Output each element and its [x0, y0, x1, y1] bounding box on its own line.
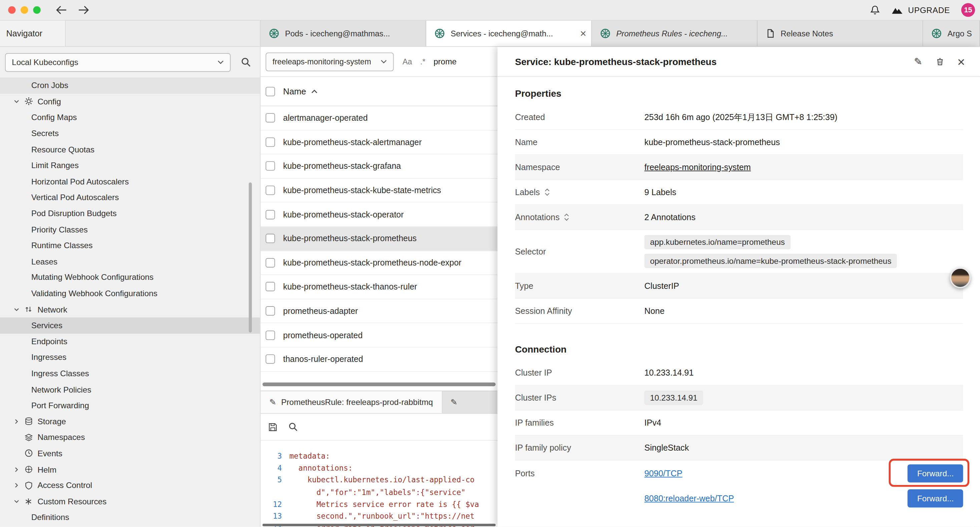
notifications-bell-icon[interactable]: [870, 5, 880, 15]
row-checkbox[interactable]: [266, 161, 275, 171]
sidebar-scrollbar[interactable]: [249, 182, 252, 333]
namespace-link[interactable]: freeleaps-monitoring-system: [644, 162, 751, 172]
close-icon[interactable]: ×: [957, 55, 965, 68]
search-icon[interactable]: [240, 57, 251, 68]
row-checkbox[interactable]: [266, 186, 275, 195]
sidebar-item-helm[interactable]: Helm: [0, 461, 260, 477]
table-row-selected[interactable]: kube-prometheus-stack-prometheus: [261, 227, 497, 251]
table-row[interactable]: kube-prometheus-stack-alertmanager: [261, 131, 497, 154]
port-link[interactable]: 9090/TCP: [644, 468, 682, 478]
sidebar-item-validating-webhook-configurations[interactable]: Validating Webhook Configurations: [0, 285, 260, 301]
sidebar-item-ingresses[interactable]: Ingresses: [0, 350, 260, 366]
tab-release-notes[interactable]: Release Notes: [757, 21, 923, 46]
table-row[interactable]: kube-prometheus-stack-grafana: [261, 154, 497, 178]
sidebar-item-config-maps[interactable]: Config Maps: [0, 110, 260, 126]
table-row[interactable]: prometheus-operated: [261, 323, 497, 347]
sidebar-item-ingress-classes[interactable]: Ingress Classes: [0, 366, 260, 382]
dock-tab-prometheusrule[interactable]: ✎ PrometheusRule: freeleaps-prod-rabbitm…: [261, 391, 442, 413]
chevron-down-icon[interactable]: [14, 307, 24, 312]
tab-prometheus-rules[interactable]: Prometheus Rules - icecheng...: [592, 21, 757, 46]
tab-services[interactable]: Services - icecheng@math... ×: [426, 21, 592, 46]
sort-toggle-icon[interactable]: [564, 213, 570, 221]
tab-label: Argo S: [948, 29, 975, 38]
table-row[interactable]: kube-prometheus-stack-kube-state-metrics: [261, 178, 497, 202]
search-icon[interactable]: [288, 422, 298, 432]
sidebar-item-cron-jobs[interactable]: Cron Jobs: [0, 77, 260, 93]
sidebar-item-mutating-webhook-configurations[interactable]: Mutating Webhook Configurations: [0, 269, 260, 285]
sidebar-item-events[interactable]: Events: [0, 445, 260, 461]
property-row-annotations: Annotations 2 Annotations: [515, 205, 963, 230]
edit-pencil-icon[interactable]: ✎: [914, 56, 922, 68]
sidebar-item-port-forwarding[interactable]: Port Forwarding: [0, 397, 260, 413]
yaml-editor[interactable]: 3metadata: 4 annotations: 5 kubectl.kube…: [261, 441, 497, 527]
table-row[interactable]: prometheus-adapter: [261, 299, 497, 323]
sidebar-item-services[interactable]: Services: [0, 318, 260, 334]
port-link[interactable]: 8080:reloader-web/TCP: [644, 493, 734, 503]
sidebar-item-leases[interactable]: Leases: [0, 253, 260, 269]
sidebar-item-network-policies[interactable]: Network Policies: [0, 381, 260, 397]
chevron-right-icon[interactable]: [14, 419, 24, 424]
sidebar-item-limit-ranges[interactable]: Limit Ranges: [0, 158, 260, 174]
tab-close-icon[interactable]: ×: [580, 28, 586, 39]
kubeconfig-selector[interactable]: Local Kubeconfigs: [5, 53, 231, 72]
forward-button[interactable]: Forward...: [908, 489, 963, 507]
dock-tab-partial[interactable]: ✎: [442, 391, 464, 413]
floating-avatar[interactable]: [950, 267, 970, 288]
sidebar-item-pod-disruption-budgets[interactable]: Pod Disruption Budgets: [0, 205, 260, 221]
row-checkbox[interactable]: [266, 258, 275, 267]
row-checkbox[interactable]: [266, 331, 275, 340]
back-arrow-icon[interactable]: [56, 6, 67, 14]
sidebar-item-network[interactable]: Network: [0, 301, 260, 318]
search-input[interactable]: Aa .* prome: [402, 57, 457, 66]
row-checkbox[interactable]: [266, 355, 275, 364]
sidebar-item-priority-classes[interactable]: Priority Classes: [0, 221, 260, 237]
row-checkbox[interactable]: [266, 210, 275, 219]
chevron-right-icon[interactable]: [14, 466, 24, 472]
notification-count-badge[interactable]: 15: [961, 3, 975, 17]
forward-button[interactable]: Forward...: [908, 464, 963, 482]
row-checkbox[interactable]: [266, 306, 275, 315]
match-case-toggle[interactable]: Aa: [402, 57, 412, 66]
minimize-window-button[interactable]: [21, 6, 28, 14]
close-window-button[interactable]: [8, 6, 15, 14]
sidebar-item-config[interactable]: Config: [0, 93, 260, 110]
sidebar-item-custom-resources[interactable]: Custom Resources: [0, 493, 260, 509]
horizontal-scrollbar[interactable]: [262, 382, 496, 386]
tab-argo[interactable]: Argo S: [923, 21, 980, 46]
table-row[interactable]: thanos-ruler-operated: [261, 347, 497, 372]
connection-row-ip-families: IP families IPv4: [515, 411, 963, 436]
regex-toggle[interactable]: .*: [420, 57, 426, 66]
chevron-right-icon[interactable]: [14, 482, 24, 488]
forward-arrow-icon[interactable]: [78, 6, 89, 14]
table-row[interactable]: alertmanager-operated: [261, 107, 497, 131]
row-checkbox[interactable]: [266, 282, 275, 291]
upgrade-button[interactable]: UPGRADE: [891, 5, 950, 15]
sidebar-item-horizontal-pod-autoscalers[interactable]: Horizontal Pod Autoscalers: [0, 174, 260, 189]
tab-pods[interactable]: Pods - icecheng@mathmas...: [261, 21, 426, 46]
sidebar-item-endpoints[interactable]: Endpoints: [0, 334, 260, 350]
trash-icon[interactable]: [935, 57, 944, 66]
table-row[interactable]: kube-prometheus-stack-prometheus-node-ex…: [261, 251, 497, 275]
editor-horizontal-scrollbar[interactable]: [262, 524, 496, 526]
select-all-checkbox[interactable]: [266, 87, 275, 96]
chevron-down-icon[interactable]: [14, 99, 24, 104]
sidebar-item-namespaces[interactable]: Namespaces: [0, 429, 260, 445]
table-row[interactable]: kube-prometheus-stack-thanos-ruler: [261, 275, 497, 299]
sidebar-item-definitions[interactable]: Definitions: [0, 509, 260, 525]
namespace-filter-selector[interactable]: freeleaps-monitoring-system: [266, 52, 394, 71]
zoom-window-button[interactable]: [33, 6, 40, 14]
sort-toggle-icon[interactable]: [544, 188, 550, 196]
row-checkbox[interactable]: [266, 234, 275, 243]
sidebar-item-vertical-pod-autoscalers[interactable]: Vertical Pod Autoscalers: [0, 189, 260, 205]
sidebar-item-secrets[interactable]: Secrets: [0, 126, 260, 142]
name-column-header[interactable]: Name: [283, 87, 318, 96]
sidebar-item-runtime-classes[interactable]: Runtime Classes: [0, 237, 260, 253]
save-icon[interactable]: [268, 422, 277, 431]
sidebar-item-access-control[interactable]: Access Control: [0, 477, 260, 493]
sidebar-item-resource-quotas[interactable]: Resource Quotas: [0, 142, 260, 158]
row-checkbox[interactable]: [266, 137, 275, 147]
chevron-down-icon[interactable]: [14, 498, 24, 504]
row-checkbox[interactable]: [266, 113, 275, 123]
sidebar-item-storage[interactable]: Storage: [0, 413, 260, 429]
table-row[interactable]: kube-prometheus-stack-operator: [261, 203, 497, 227]
